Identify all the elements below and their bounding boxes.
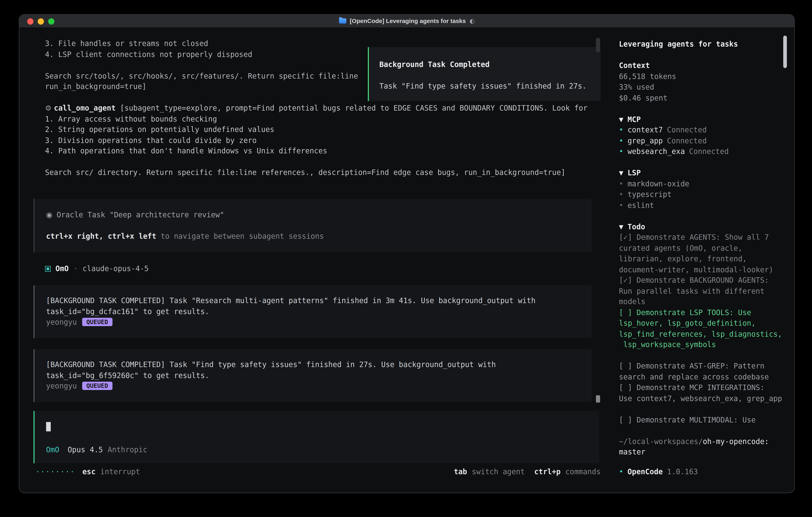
status-bar: ········escinterrupt tabswitch agentctrl… xyxy=(35,466,601,477)
app-footer: •OpenCode1.0.163 xyxy=(619,466,698,477)
switch-agent-label: switch agent xyxy=(472,467,525,476)
esc-key-hint: esc xyxy=(82,467,95,476)
session-title: Leveraging agents for tasks xyxy=(619,39,786,50)
chevron-down-icon: ▼ xyxy=(619,168,624,177)
context-spent: $0.46 spent xyxy=(619,92,786,103)
lsp-name: markdown-oxide xyxy=(628,179,689,188)
todo-item: [ ] Demonstrate LSP TOOLS: Use lsp_hover… xyxy=(619,307,786,350)
task-text: [BACKGROUND TASK COMPLETED] Task "Find t… xyxy=(46,359,582,380)
subagent-nav-hint: ctrl+x right, ctrl+x left to navigate be… xyxy=(46,231,582,242)
repo-name: oh-my-opencode: xyxy=(703,437,769,445)
task-meta: yeongyuQUEUED xyxy=(46,381,582,391)
half-moon-icon: ◐ xyxy=(469,16,475,26)
titlebar: [OpenCode] Leveraging agents for tasks ◐ xyxy=(19,15,794,28)
bullet-icon: • xyxy=(619,136,624,145)
hint-text: to navigate between subagent sessions xyxy=(156,232,324,240)
chevron-down-icon: ▼ xyxy=(619,222,624,231)
mcp-name: context7 xyxy=(628,126,663,134)
background-task-toast: Background Task Completed Task "Find typ… xyxy=(368,47,601,101)
main-scrollbar-indicator[interactable] xyxy=(596,395,600,403)
commands-label: commands xyxy=(566,467,601,476)
input-meta: OmOOpus 4.5Anthropic xyxy=(46,444,147,455)
gear-icon: ⚙ xyxy=(45,103,54,113)
lsp-name: eslint xyxy=(628,201,654,209)
message-input[interactable]: OmOOpus 4.5Anthropic xyxy=(34,411,599,463)
close-button[interactable] xyxy=(27,18,33,24)
task-box: [BACKGROUND TASK COMPLETED] Task "Find t… xyxy=(34,349,592,402)
todo-item: [✓] Demonstrate BACKGROUND AGENTS: Run p… xyxy=(619,275,786,307)
bullet-icon: • xyxy=(619,126,624,134)
interrupt-label: interrupt xyxy=(100,467,140,476)
task-box: [BACKGROUND TASK COMPLETED] Task "Resear… xyxy=(34,285,592,338)
mcp-name: websearch_exa xyxy=(628,147,685,156)
workspace-path: ~/local-workspaces/oh-my-opencode: maste… xyxy=(619,436,786,457)
todo-item: [ ] Demonstrate AST-GREP: Pattern search… xyxy=(619,361,786,382)
screen: [OpenCode] Leveraging agents for tasks ◐… xyxy=(0,0,812,517)
todo-section-header[interactable]: ▼Todo xyxy=(619,221,786,232)
branch-name: master xyxy=(619,446,786,457)
hint-keys: ctrl+x right, ctrl+x left xyxy=(46,232,156,240)
mcp-header-label: MCP xyxy=(628,115,641,124)
text-cursor xyxy=(46,422,51,431)
task-meta: yeongyuQUEUED xyxy=(46,317,582,327)
status-left: ········escinterrupt xyxy=(35,466,140,477)
sidebar-scrollbar-thumb[interactable] xyxy=(783,35,787,68)
mcp-status: Connected xyxy=(667,126,707,134)
todo-item: [✓] Demonstrate AGENTS: Show all 7 curat… xyxy=(619,232,786,275)
chevron-down-icon: ▼ xyxy=(619,115,624,124)
path-prefix: ~/local-workspaces/ xyxy=(619,437,703,445)
task-text: [BACKGROUND TASK COMPLETED] Task "Resear… xyxy=(46,295,582,317)
mcp-status: Connected xyxy=(689,147,729,156)
app-name: OpenCode xyxy=(628,467,663,476)
input-agent-name: OmO xyxy=(46,445,59,454)
opencode-window: [OpenCode] Leveraging agents for tasks ◐… xyxy=(19,15,794,493)
toast-body: Task "Find type safety issues" finished … xyxy=(379,81,592,91)
main-scrollbar-thumb[interactable] xyxy=(596,38,600,52)
tool-call-args: [subagent_type=explore, prompt=Find pote… xyxy=(45,104,587,176)
tool-call: ⚙call_omo_agent [subagent_type=explore, … xyxy=(45,103,610,178)
mcp-status: Connected xyxy=(667,136,707,145)
lsp-section-header[interactable]: ▼LSP xyxy=(619,167,786,178)
lsp-item: •markdown-oxide xyxy=(619,178,786,189)
mcp-item: •grep_appConnected xyxy=(619,135,786,146)
lsp-item: •typescript xyxy=(619,189,786,200)
input-model-name: Opus 4.5 xyxy=(68,445,103,454)
scale-wrapper: [OpenCode] Leveraging agents for tasks ◐… xyxy=(0,0,812,517)
input-provider-name: Anthropic xyxy=(108,445,147,454)
queued-badge: QUEUED xyxy=(82,318,112,326)
status-right: tabswitch agentctrl+pcommands xyxy=(454,466,601,477)
oracle-task-box: ◉Oracle Task "Deep architecture review" … xyxy=(34,199,592,252)
todo-item: [ ] Demonstrate MCP INTEGRATIONS: Use co… xyxy=(619,382,786,404)
bullet-icon: • xyxy=(619,467,624,476)
queued-badge: QUEUED xyxy=(82,382,112,390)
lsp-header-label: LSP xyxy=(628,168,641,177)
bullet-icon: • xyxy=(619,179,624,188)
sidebar-content: Leveraging agents for tasks Context 66,5… xyxy=(619,39,786,457)
toast-title: Background Task Completed xyxy=(379,59,592,70)
window-title: [OpenCode] Leveraging agents for tasks xyxy=(350,16,466,26)
sidebar: Leveraging agents for tasks Context 66,5… xyxy=(611,28,794,493)
bullet-icon: • xyxy=(619,201,624,209)
minimize-button[interactable] xyxy=(38,18,44,24)
agent-model: claude-opus-4-5 xyxy=(83,263,149,274)
todo-item: [ ] Demonstrate MULTIMODAL: Use xyxy=(619,414,786,425)
lsp-name: typescript xyxy=(628,190,672,198)
agent-header: OmO · claude-opus-4-5 xyxy=(45,263,149,274)
record-icon: ◉ xyxy=(46,211,52,219)
zoom-button[interactable] xyxy=(48,18,54,24)
todo-header-label: Todo xyxy=(628,222,645,231)
agent-name: OmO xyxy=(56,263,69,274)
mcp-item: •websearch_exaConnected xyxy=(619,146,786,157)
traffic-lights xyxy=(27,18,54,24)
window-icon xyxy=(339,19,346,24)
tab-key-hint: tab xyxy=(454,467,467,476)
separator-dot: · xyxy=(73,263,78,274)
omo-agent-icon xyxy=(45,266,51,272)
mcp-section-header[interactable]: ▼MCP xyxy=(619,114,786,125)
spinner-dots: ········ xyxy=(35,467,75,476)
tool-call-name: call_omo_agent xyxy=(54,104,116,112)
lsp-item: •eslint xyxy=(619,200,786,211)
ctrlp-key-hint: ctrl+p xyxy=(534,467,561,476)
task-author: yeongyu xyxy=(46,318,77,326)
mcp-name: grep_app xyxy=(628,136,663,145)
